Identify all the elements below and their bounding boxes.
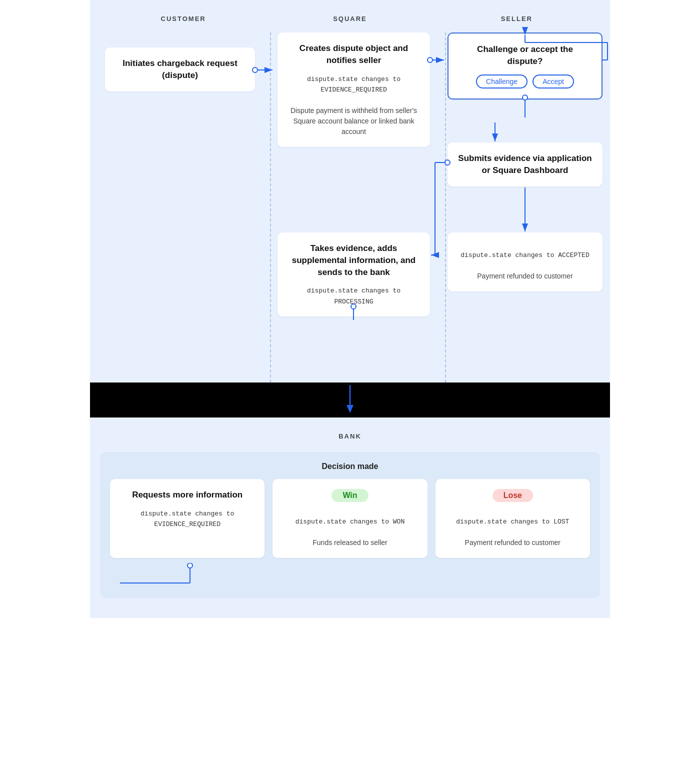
svg-point-22 [188,563,192,568]
top-content: Initiates chargeback request (dispute) C… [100,32,600,382]
seller-body-3-2: Payment refunded to customer [477,272,572,280]
challenge-btn[interactable]: Challenge [476,74,528,88]
feedback-arrow-container [110,563,590,588]
seller-header: SELLER [436,15,596,22]
seller-card-3-body: dispute.state changes to ACCEPTED Paymen… [458,250,592,282]
square-card-2-body: dispute.state changes to PROCESSING [288,285,420,306]
more-info-state: dispute.state changes to EVIDENCE_REQUIR… [140,510,234,528]
customer-col: Initiates chargeback request (dispute) [105,48,255,92]
square-state-2: dispute.state changes to PROCESSING [307,287,400,306]
svg-marker-21 [346,405,354,413]
diagram-wrapper: CUSTOMER SQUARE SELLER Initiates chargeb… [90,0,610,618]
square-state-1: dispute.state changes to EVIDENCE_REQUIR… [307,76,400,94]
top-section: CUSTOMER SQUARE SELLER Initiates chargeb… [90,0,610,382]
seller-card-3: dispute.state changes to ACCEPTED Paymen… [448,232,602,292]
lose-card: Lose dispute.state changes to LOST Payme… [436,479,590,558]
more-info-body: dispute.state changes to EVIDENCE_REQUIR… [120,508,254,530]
seller-card-2-title: Submits evidence via application or Squa… [458,152,592,176]
decision-label: Decision made [110,462,590,471]
customer-card: Initiates chargeback request (dispute) [105,48,255,92]
customer-card-title: Initiates chargeback request (dispute) [115,58,245,82]
lose-badge: Lose [492,489,533,502]
seller-state-3: dispute.state changes to ACCEPTED [460,252,589,259]
square-card-2-title: Takes evidence, adds supplemental inform… [288,242,420,278]
columns-header: CUSTOMER SQUARE SELLER [100,15,600,22]
more-info-card: Requests more information dispute.state … [110,479,264,558]
win-body: dispute.state changes to WON Funds relea… [282,516,417,548]
lose-body: dispute.state changes to LOST Payment re… [446,516,580,548]
divider-1 [270,32,271,382]
win-body-2: Funds released to seller [312,538,387,546]
black-divider [90,382,610,418]
square-body-2: Dispute payment is withheld from seller'… [290,106,417,136]
square-card-1-body: dispute.state changes to EVIDENCE_REQUIR… [288,74,420,137]
seller-card-1-title: Challenge or accept the dispute? [458,44,592,68]
customer-header: CUSTOMER [104,15,264,22]
bank-cards: Requests more information dispute.state … [110,479,590,558]
bottom-section: BANK Decision made Requests more informa… [90,418,610,618]
bank-panel: Decision made Requests more information … [100,452,600,598]
win-state: dispute.state changes to WON [296,518,404,526]
seller-col-2: Submits evidence via application or Squa… [448,142,602,186]
lose-state: dispute.state changes to LOST [456,518,569,526]
square-card-1: Creates dispute object and notifies sell… [278,32,430,147]
seller-col-1: Challenge or accept the dispute? Challen… [448,32,602,100]
square-header: SQUARE [270,15,430,22]
bank-header: BANK [100,432,600,440]
square-card-1-title: Creates dispute object and notifies sell… [288,42,420,66]
win-badge: Win [332,489,368,502]
branch-buttons: Challenge Accept [458,74,592,88]
down-arrow-svg [342,385,358,415]
lose-body-2: Payment refunded to customer [465,538,560,546]
seller-card-2: Submits evidence via application or Squa… [448,142,602,186]
seller-card-1: Challenge or accept the dispute? Challen… [448,32,602,100]
square-col-2: Takes evidence, adds supplemental inform… [278,232,430,316]
divider-2 [445,32,446,382]
seller-col-3: dispute.state changes to ACCEPTED Paymen… [448,232,602,292]
more-info-title: Requests more information [120,489,254,501]
square-card-2: Takes evidence, adds supplemental inform… [278,232,430,316]
feedback-svg [110,563,590,588]
accept-btn[interactable]: Accept [532,74,574,88]
square-col-1: Creates dispute object and notifies sell… [278,32,430,147]
win-card: Win dispute.state changes to WON Funds r… [272,479,427,558]
